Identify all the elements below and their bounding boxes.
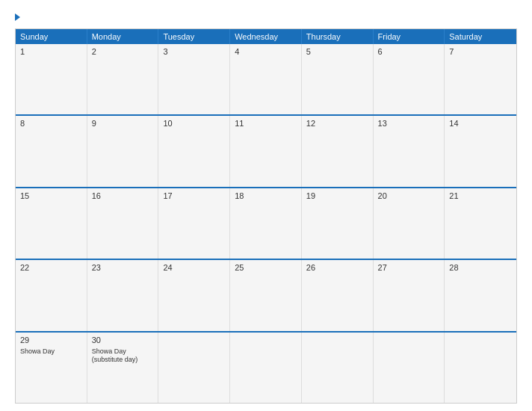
calendar: SundayMondayTuesdayWednesdayThursdayFrid… bbox=[15, 28, 517, 404]
day-number: 3 bbox=[163, 47, 225, 56]
calendar-cell: 7 bbox=[445, 44, 516, 114]
calendar-week: 15161718192021 bbox=[16, 187, 516, 259]
day-number: 24 bbox=[163, 263, 225, 272]
day-number: 6 bbox=[378, 47, 440, 56]
weekday-header: Thursday bbox=[302, 29, 374, 44]
calendar-cell: 26 bbox=[302, 260, 374, 330]
weekday-header: Monday bbox=[87, 29, 159, 44]
calendar-cell bbox=[302, 333, 374, 403]
calendar-cell: 4 bbox=[230, 44, 302, 114]
calendar-cell: 29Showa Day bbox=[16, 333, 87, 403]
day-number: 21 bbox=[449, 191, 512, 200]
calendar-cell: 20 bbox=[374, 188, 445, 259]
day-number: 14 bbox=[449, 119, 512, 128]
calendar-cell bbox=[230, 333, 302, 403]
header bbox=[15, 13, 517, 21]
day-number: 15 bbox=[20, 191, 82, 200]
weekday-header: Tuesday bbox=[158, 29, 230, 44]
day-number: 22 bbox=[20, 263, 82, 272]
day-number: 8 bbox=[20, 119, 82, 128]
calendar-cell: 23 bbox=[87, 260, 159, 330]
calendar-cell: 28 bbox=[445, 260, 516, 330]
day-number: 5 bbox=[306, 47, 368, 56]
calendar-cell bbox=[158, 333, 230, 403]
calendar-cell: 24 bbox=[158, 260, 230, 330]
calendar-cell: 16 bbox=[87, 188, 159, 259]
day-number: 19 bbox=[306, 191, 368, 200]
calendar-cell: 14 bbox=[445, 116, 516, 186]
calendar-cell: 25 bbox=[230, 260, 302, 330]
day-number: 7 bbox=[449, 47, 512, 56]
calendar-cell: 9 bbox=[87, 116, 159, 186]
calendar-cell: 27 bbox=[374, 260, 445, 330]
calendar-cell: 5 bbox=[302, 44, 374, 114]
day-number: 25 bbox=[235, 263, 297, 272]
calendar-cell: 10 bbox=[158, 116, 230, 186]
logo-blue-text bbox=[15, 13, 22, 21]
page: SundayMondayTuesdayWednesdayThursdayFrid… bbox=[0, 0, 532, 411]
weekday-header: Saturday bbox=[445, 29, 516, 44]
calendar-cell: 30Showa Day (substitute day) bbox=[87, 333, 159, 403]
calendar-header-row: SundayMondayTuesdayWednesdayThursdayFrid… bbox=[16, 29, 516, 44]
day-number: 30 bbox=[92, 336, 154, 344]
day-number: 2 bbox=[92, 47, 154, 56]
calendar-cell bbox=[445, 333, 516, 403]
logo-triangle-icon bbox=[15, 13, 20, 21]
calendar-cell: 15 bbox=[16, 188, 87, 259]
day-number: 29 bbox=[20, 336, 82, 344]
day-number: 11 bbox=[235, 119, 297, 128]
calendar-cell: 19 bbox=[302, 188, 374, 259]
day-number: 10 bbox=[163, 119, 225, 128]
day-number: 4 bbox=[235, 47, 297, 56]
day-number: 27 bbox=[378, 263, 440, 272]
calendar-cell: 6 bbox=[374, 44, 445, 114]
holiday-label: Showa Day (substitute day) bbox=[92, 347, 154, 365]
calendar-week: 22232425262728 bbox=[16, 259, 516, 330]
calendar-cell: 22 bbox=[16, 260, 87, 330]
weekday-header: Wednesday bbox=[230, 29, 302, 44]
calendar-cell: 21 bbox=[445, 188, 516, 259]
day-number: 16 bbox=[92, 191, 154, 200]
calendar-cell: 1 bbox=[16, 44, 87, 114]
day-number: 9 bbox=[92, 119, 154, 128]
weekday-header: Sunday bbox=[16, 29, 87, 44]
holiday-label: Showa Day bbox=[20, 347, 82, 356]
day-number: 1 bbox=[20, 47, 82, 56]
day-number: 28 bbox=[449, 263, 512, 272]
logo bbox=[15, 13, 22, 21]
calendar-cell: 13 bbox=[374, 116, 445, 186]
calendar-cell bbox=[374, 333, 445, 403]
calendar-cell: 11 bbox=[230, 116, 302, 186]
day-number: 23 bbox=[92, 263, 154, 272]
calendar-week: 29Showa Day30Showa Day (substitute day) bbox=[16, 331, 516, 403]
day-number: 12 bbox=[306, 119, 368, 128]
calendar-body: 1234567891011121314151617181920212223242… bbox=[16, 44, 516, 403]
calendar-cell: 17 bbox=[158, 188, 230, 259]
calendar-cell: 12 bbox=[302, 116, 374, 186]
calendar-week: 1234567 bbox=[16, 44, 516, 114]
calendar-week: 891011121314 bbox=[16, 114, 516, 186]
day-number: 13 bbox=[378, 119, 440, 128]
day-number: 18 bbox=[235, 191, 297, 200]
day-number: 20 bbox=[378, 191, 440, 200]
day-number: 26 bbox=[306, 263, 368, 272]
calendar-cell: 3 bbox=[158, 44, 230, 114]
calendar-cell: 18 bbox=[230, 188, 302, 259]
day-number: 17 bbox=[163, 191, 225, 200]
calendar-cell: 8 bbox=[16, 116, 87, 186]
calendar-cell: 2 bbox=[87, 44, 159, 114]
weekday-header: Friday bbox=[374, 29, 445, 44]
